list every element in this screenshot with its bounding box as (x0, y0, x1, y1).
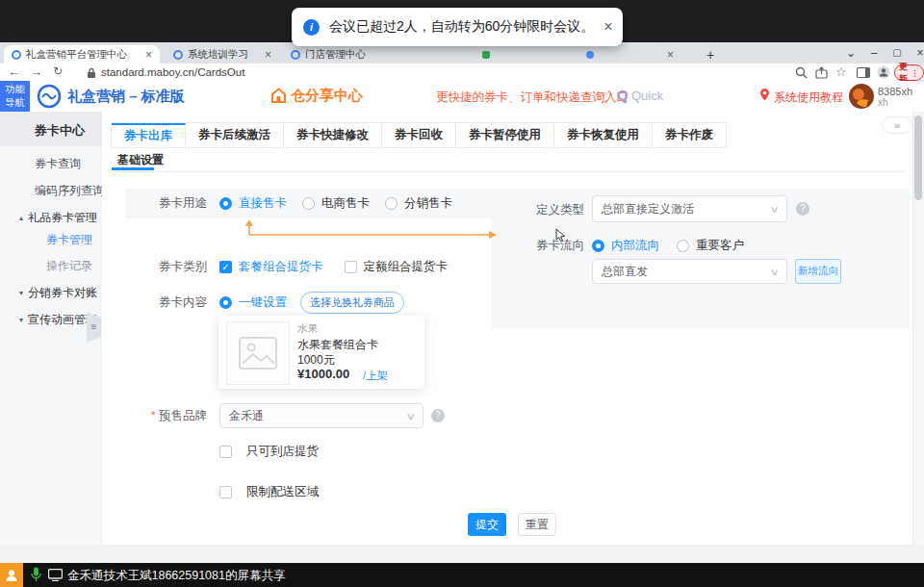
checkbox-label: 只可到店提货 (246, 444, 319, 460)
info-icon: i (303, 19, 320, 36)
browser-update-button[interactable]: 更新 ⋮ (894, 64, 924, 81)
radio-ecommerce-sale[interactable]: 电商售卡 (302, 195, 370, 212)
flow-value: 总部直发 (602, 264, 648, 280)
radio-label: 电商售卡 (321, 195, 370, 212)
participant-icon[interactable] (0, 563, 23, 587)
usage-row: 券卡用途 直接售卡 电商售卡 分销售卡 (125, 191, 452, 217)
radio-label: 一键设置 (239, 294, 287, 311)
tabsearch-caret-icon[interactable]: ⌄ (839, 43, 862, 63)
radio-direct-sale[interactable]: 直接售卡 (219, 195, 287, 212)
reset-button[interactable]: 重置 (518, 513, 556, 536)
tab-card-resume[interactable]: 券卡恢复使用 (554, 123, 653, 147)
expand-down-icon: ▾ (19, 289, 23, 297)
window-controls: ⌄ – ▢ × (839, 43, 924, 63)
product-tag: 水果 (297, 322, 318, 336)
radio-label: 分销售卡 (404, 195, 452, 212)
tab-followup-activation[interactable]: 券卡后续激活 (186, 123, 284, 147)
brand-select[interactable]: 金禾通 ∨ (219, 403, 424, 428)
brand-label-text: 预售品牌 (159, 409, 207, 422)
flow-select[interactable]: 总部直发 ∨ (592, 259, 787, 284)
define-type-help-icon[interactable]: ? (796, 202, 809, 216)
brand-title: 礼盒营销 – 标准版 (67, 88, 185, 106)
close-icon[interactable]: × (603, 18, 612, 36)
radio-important-customer[interactable]: 重要客户 (677, 238, 744, 254)
define-type-value: 总部直接定义激活 (602, 201, 694, 217)
product-onshelf-link[interactable]: /上架 (363, 369, 388, 383)
flow-connector-arrow (241, 219, 502, 241)
collapse-panel-button[interactable]: » (882, 116, 912, 134)
subtab-basic-settings[interactable]: 基础设置 (117, 152, 164, 168)
tab-card-void[interactable]: 券卡作废 (653, 123, 726, 147)
browser-tab-5[interactable]: × (578, 45, 681, 64)
tab-card-recycle[interactable]: 券卡回收 (382, 123, 456, 147)
add-flow-button[interactable]: 新增流向 (795, 259, 841, 284)
tab-quick-modify[interactable]: 券卡快捷修改 (284, 123, 382, 147)
category-row: 券卡类别 ✓ 套餐组合提货卡 定额组合提货卡 (125, 254, 448, 279)
tab-favicon-blue-icon (12, 50, 21, 60)
sidebar-item-label: 分销券卡对账 (28, 285, 97, 301)
new-tab-button[interactable]: + (701, 46, 720, 64)
screen-share-text: 金禾通技术王斌18662591081的屏幕共享 (67, 568, 285, 584)
nav-label-2: 导航 (0, 96, 30, 110)
checkbox-unchecked-icon (219, 486, 232, 498)
person-icon (5, 569, 18, 582)
flow-row: 券卡流向 内部流向 重要客户 (515, 233, 744, 258)
double-chevron-icon: » (894, 119, 900, 131)
microphone-icon[interactable] (31, 567, 41, 583)
brand-help-icon[interactable]: ? (431, 409, 445, 422)
browser-tab-1[interactable]: 礼盒营销平台管理中心 × (4, 45, 160, 64)
share-center-link[interactable]: 仓分享中心 (291, 87, 363, 105)
house-icon (270, 87, 287, 104)
tab-close-icon[interactable]: × (661, 48, 674, 62)
url-text[interactable]: standard.maboy.cn/CardsOut (101, 66, 244, 78)
side-panel-icon[interactable] (857, 67, 870, 78)
zoom-icon[interactable] (795, 66, 808, 79)
back-icon[interactable]: ← (8, 64, 20, 79)
brand-row: * 预售品牌 (125, 402, 219, 429)
checkbox-label: 限制配送区域 (246, 484, 319, 500)
category-label: 券卡类别 (125, 259, 207, 275)
radio-one-click-setup[interactable]: 一键设置 (219, 294, 287, 311)
user-avatar[interactable] (849, 84, 874, 109)
browser-tab-2[interactable]: 系统培训学习 × (166, 45, 279, 64)
tutorial-link[interactable]: 系统使用教程 (774, 89, 843, 106)
scrollbar-thumb[interactable] (914, 115, 922, 200)
lock-icon[interactable] (87, 67, 96, 79)
subtab-divider (111, 171, 906, 172)
chevron-down-icon: ∨ (769, 204, 779, 215)
radio-distribution-sale[interactable]: 分销售卡 (385, 195, 452, 212)
brand-value: 金禾通 (229, 408, 264, 424)
tab-card-outbound[interactable]: 券卡出库 (112, 123, 186, 147)
tab-close-icon[interactable]: × (259, 48, 271, 62)
quick-search-label[interactable]: Quick (631, 89, 663, 103)
screen-share-icon[interactable] (48, 569, 63, 581)
required-asterisk: * (151, 409, 156, 422)
define-type-select[interactable]: 总部直接定义激活 ∨ (592, 195, 787, 222)
quick-search-icon[interactable]: Q (617, 87, 629, 103)
browser-tab-3[interactable]: 门店管理中心 (283, 45, 394, 64)
reload-icon[interactable]: ↻ (53, 64, 63, 78)
checkbox-limit-delivery-area[interactable]: 限制配送区域 (219, 484, 319, 500)
product-card[interactable]: 水果 水果套餐组合卡 1000元 ¥1000.00 /上架 (218, 316, 424, 389)
window-close-icon[interactable]: × (909, 43, 924, 63)
share-icon[interactable] (815, 66, 828, 79)
profile-avatar-icon[interactable] (877, 65, 890, 79)
radio-on-icon (219, 197, 232, 210)
forward-icon[interactable]: → (30, 64, 42, 79)
content-row: 券卡内容 一键设置 选择兑换礼券商品 (125, 290, 404, 315)
checkbox-combo-pickup-card[interactable]: ✓ 套餐组合提货卡 (219, 259, 323, 275)
tab-card-suspend[interactable]: 券卡暂停使用 (456, 123, 554, 147)
bookmark-star-icon[interactable]: ☆ (835, 64, 847, 79)
checkbox-fixed-amount-card[interactable]: 定额组合提货卡 (345, 259, 449, 275)
browser-tab-4[interactable] (474, 45, 560, 64)
submit-button[interactable]: 提交 (468, 513, 506, 536)
product-name: 水果套餐组合卡 (297, 337, 378, 353)
tab-close-icon[interactable]: × (140, 48, 152, 62)
function-nav-button[interactable]: 功能 导航 (0, 81, 30, 112)
window-minimize-icon[interactable]: – (862, 43, 886, 63)
select-gift-products-button[interactable]: 选择兑换礼券商品 (300, 292, 404, 314)
subtab-active-underline (112, 167, 154, 170)
checkbox-store-pickup-only[interactable]: 只可到店提货 (219, 444, 319, 460)
tab-favicon-blue-icon (585, 50, 595, 60)
radio-internal-flow[interactable]: 内部流向 (592, 238, 659, 254)
